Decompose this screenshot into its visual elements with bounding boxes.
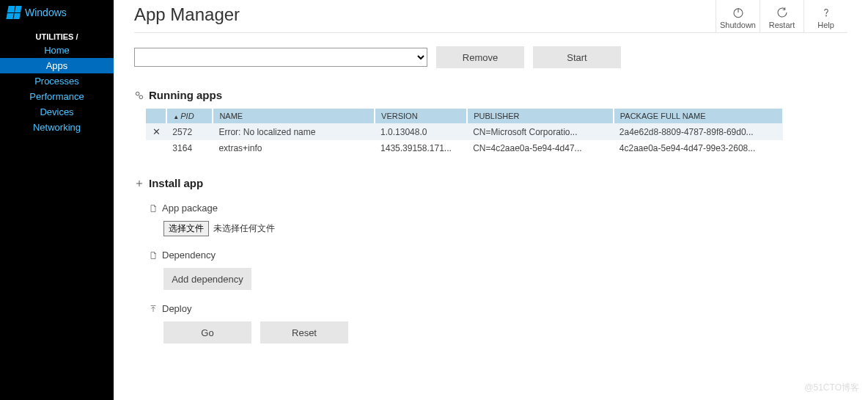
cell-version: 1.0.13048.0 <box>375 123 467 140</box>
cell-package: 2a4e62d8-8809-4787-89f8-69d0... <box>614 123 783 140</box>
remove-button[interactable]: Remove <box>436 46 524 68</box>
table-header-row: ▲PID NAME VERSION PUBLISHER PACKAGE FULL… <box>146 109 783 123</box>
power-icon <box>732 6 745 19</box>
cell-pid: 3164 <box>166 140 213 156</box>
col-publisher[interactable]: PUBLISHER <box>467 109 614 123</box>
toolbar: Remove Start <box>134 46 847 68</box>
install-app-label: Install app <box>149 177 203 189</box>
header: App Manager Shutdown Restart Help <box>134 0 847 33</box>
cell-pid: 2572 <box>166 123 213 140</box>
no-file-text: 未选择任何文件 <box>213 222 275 235</box>
svg-point-2 <box>825 15 826 16</box>
cell-publisher: CN=4c2aae0a-5e94-4d47... <box>467 140 614 156</box>
deploy-section: Deploy Go Reset <box>149 303 847 343</box>
sidebar-item-apps[interactable]: Apps <box>0 58 114 73</box>
file-icon <box>149 250 158 261</box>
app-package-label: App package <box>162 203 218 214</box>
cell-version: 1435.39158.171... <box>375 140 467 156</box>
dependency-section: Dependency Add dependency <box>149 250 847 290</box>
dependency-label: Dependency <box>162 250 216 261</box>
sidebar: Windows UTILITIES / Home Apps Processes … <box>0 0 114 400</box>
brand: Windows <box>0 0 114 25</box>
col-pid[interactable]: ▲PID <box>166 109 213 123</box>
dependency-heading: Dependency <box>149 250 847 261</box>
app-package-heading: App package <box>149 203 847 214</box>
deploy-label: Deploy <box>162 303 191 314</box>
sidebar-item-processes[interactable]: Processes <box>0 73 114 89</box>
watermark: @51CTO博客 <box>804 382 859 394</box>
windows-logo-icon <box>6 6 21 19</box>
file-input-row: 选择文件 未选择任何文件 <box>163 221 847 236</box>
cell-name: Error: No localized name <box>213 123 375 140</box>
col-name[interactable]: NAME <box>213 109 375 123</box>
table-row[interactable]: 3164 extras+info 1435.39158.171... CN=4c… <box>146 140 783 156</box>
table-row[interactable]: ✕ 2572 Error: No localized name 1.0.1304… <box>146 123 783 140</box>
running-apps-heading: Running apps <box>134 89 847 101</box>
plus-icon <box>134 178 144 189</box>
app-package-section: App package 选择文件 未选择任何文件 <box>149 203 847 236</box>
app-select[interactable] <box>134 48 427 67</box>
sidebar-item-performance[interactable]: Performance <box>0 89 114 104</box>
add-dependency-button[interactable]: Add dependency <box>163 268 251 290</box>
restart-label: Restart <box>769 21 795 29</box>
help-icon <box>820 6 833 19</box>
install-app-heading: Install app <box>134 177 847 189</box>
deploy-heading: Deploy <box>149 303 847 314</box>
brand-text: Windows <box>25 7 67 18</box>
choose-file-button[interactable]: 选择文件 <box>163 221 209 236</box>
sidebar-item-devices[interactable]: Devices <box>0 104 114 120</box>
restart-icon <box>776 6 789 19</box>
main: App Manager Shutdown Restart Help Remove <box>114 0 868 400</box>
col-close[interactable] <box>146 109 166 123</box>
help-label: Help <box>817 21 834 29</box>
nav: Home Apps Processes Performance Devices … <box>0 43 114 135</box>
file-icon <box>149 203 158 214</box>
cell-package: 4c2aae0a-5e94-4d47-99e3-2608... <box>614 140 783 156</box>
col-version[interactable]: VERSION <box>375 109 467 123</box>
close-icon[interactable]: ✕ <box>146 123 166 140</box>
col-package[interactable]: PACKAGE FULL NAME <box>614 109 783 123</box>
help-button[interactable]: Help <box>803 0 847 32</box>
sidebar-item-home[interactable]: Home <box>0 43 114 58</box>
cell-name: extras+info <box>213 140 375 156</box>
shutdown-button[interactable]: Shutdown <box>716 0 760 32</box>
cell-publisher: CN=Microsoft Corporatio... <box>467 123 614 140</box>
restart-button[interactable]: Restart <box>760 0 803 32</box>
svg-point-3 <box>136 92 139 95</box>
gears-icon <box>134 90 144 101</box>
sort-asc-icon: ▲ <box>173 114 179 120</box>
running-apps-table: ▲PID NAME VERSION PUBLISHER PACKAGE FULL… <box>146 109 784 156</box>
header-actions: Shutdown Restart Help <box>716 0 847 32</box>
page-title: App Manager <box>134 0 240 32</box>
upload-icon <box>149 304 158 314</box>
svg-point-4 <box>139 95 143 99</box>
running-apps-label: Running apps <box>149 89 222 101</box>
close-icon[interactable] <box>146 140 166 156</box>
deploy-buttons: Go Reset <box>149 321 847 343</box>
start-button[interactable]: Start <box>533 46 621 68</box>
breadcrumb: UTILITIES / <box>0 32 114 41</box>
reset-button[interactable]: Reset <box>260 321 348 343</box>
sidebar-item-networking[interactable]: Networking <box>0 120 114 135</box>
shutdown-label: Shutdown <box>720 21 756 29</box>
go-button[interactable]: Go <box>163 321 251 343</box>
